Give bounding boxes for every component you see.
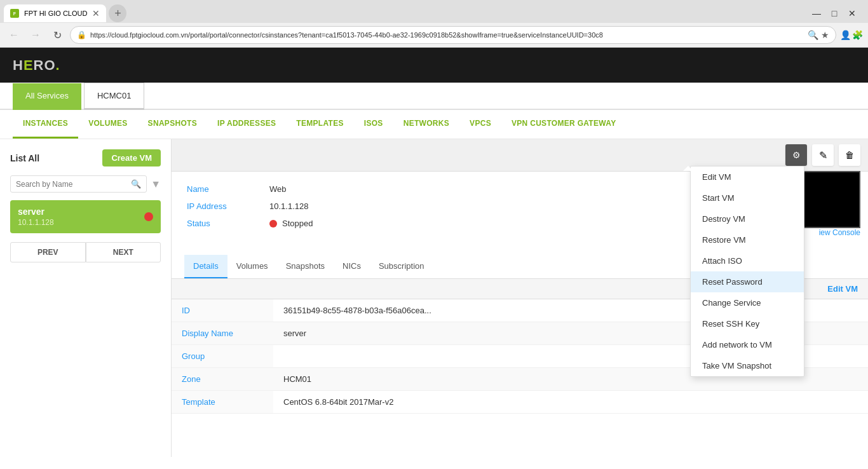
zoom-icon[interactable]: 🔍	[808, 30, 818, 40]
nav-vpcs[interactable]: VPCS	[459, 110, 501, 139]
bookmark-icon[interactable]: ★	[821, 30, 829, 40]
name-value: Web	[269, 184, 287, 194]
search-icon: 🔍	[131, 179, 141, 189]
next-button[interactable]: NEXT	[86, 242, 161, 262]
nav-volumes[interactable]: VOLUMES	[78, 110, 137, 139]
window-close-button[interactable]: ✕	[844, 5, 860, 22]
browser-chrome: F FPT HI GIO CLOUD ✕ + — □ ✕ ← → ↻ 🔒 htt…	[0, 0, 868, 48]
table-row: Template CentOS 6.8-64bit 2017Mar-v2	[172, 391, 868, 414]
window-maximize-button[interactable]: □	[826, 5, 843, 22]
menu-item-restore-vm[interactable]: Restore VM	[691, 229, 804, 250]
search-input[interactable]	[16, 180, 127, 189]
menu-item-reset-password[interactable]: Reset Password	[691, 271, 804, 292]
address-box[interactable]: 🔒 https://cloud.fptgiocloud.com.vn/porta…	[70, 26, 836, 44]
tab-title: FPT HI GIO CLOUD	[24, 10, 87, 17]
content-panel: ⚙ ✎ 🗑 Edit VM Start VM Destroy	[172, 139, 868, 457]
tab-favicon: F	[10, 9, 19, 18]
toolbar-icons: 👤 🧩	[840, 30, 863, 40]
tab-all-services[interactable]: All Services	[13, 83, 81, 110]
main-layout: List All Create VM 🔍 ▼ server 10.1.1.128	[0, 139, 868, 457]
server-info: server 10.1.1.128	[18, 207, 54, 227]
server-name: server	[18, 207, 54, 217]
sidebar: List All Create VM 🔍 ▼ server 10.1.1.128	[0, 139, 172, 457]
nav-menu: INSTANCES VOLUMES SNAPSHOTS IP ADDRESSES…	[0, 110, 868, 139]
page-content: HERO. All Services HCMC01 INSTANCES VOLU…	[0, 48, 868, 469]
new-tab-button[interactable]: +	[109, 4, 126, 22]
tab-subscription[interactable]: Subscription	[370, 255, 433, 278]
detail-label-group: Group	[172, 345, 273, 368]
url-text: https://cloud.fptgiocloud.com.vn/portal/…	[90, 31, 804, 39]
menu-item-edit-vm[interactable]: Edit VM	[691, 167, 804, 187]
address-icons: 🔍 ★	[808, 30, 829, 40]
stopped-dot-icon	[269, 220, 277, 228]
pagination: PREV NEXT	[10, 242, 161, 262]
nav-vpn[interactable]: VPN CUSTOMER GATEWAY	[501, 110, 626, 139]
detail-label-id: ID	[172, 299, 273, 322]
nav-instances[interactable]: INSTANCES	[13, 110, 78, 139]
server-list-item[interactable]: server 10.1.1.128	[10, 200, 161, 233]
context-menu: Edit VM Start VM Destroy VM Restore VM A…	[690, 166, 804, 377]
menu-item-add-network[interactable]: Add network to VM	[691, 334, 804, 355]
logo: HERO.	[13, 57, 60, 74]
search-row: 🔍 ▼	[10, 175, 161, 193]
menu-item-reset-ssh[interactable]: Reset SSH Key	[691, 313, 804, 334]
tab-bar: F FPT HI GIO CLOUD ✕ + — □ ✕	[0, 0, 868, 23]
tab-volumes[interactable]: Volumes	[227, 255, 277, 278]
tab-hcmc01[interactable]: HCMC01	[84, 83, 144, 110]
tab-nics[interactable]: NICs	[334, 255, 370, 278]
detail-label-zone: Zone	[172, 368, 273, 391]
detail-label-template: Template	[172, 391, 273, 414]
tab-details[interactable]: Details	[184, 255, 227, 278]
trash-icon: 🗑	[845, 150, 854, 160]
nav-networks[interactable]: NETWORKS	[393, 110, 459, 139]
sidebar-header: List All Create VM	[10, 149, 161, 167]
browser-tab[interactable]: F FPT HI GIO CLOUD ✕	[4, 4, 106, 22]
view-console-link[interactable]: iew Console	[819, 228, 860, 237]
status-label: Status	[187, 219, 269, 228]
window-minimize-button[interactable]: —	[808, 5, 825, 22]
service-tabs: All Services HCMC01	[0, 83, 868, 110]
nav-templates[interactable]: TEMPLATES	[286, 110, 353, 139]
extension-icon[interactable]: 🧩	[852, 30, 863, 40]
menu-item-destroy-vm[interactable]: Destroy VM	[691, 208, 804, 229]
menu-item-start-vm[interactable]: Start VM	[691, 187, 804, 208]
prev-button[interactable]: PREV	[10, 242, 86, 262]
create-vm-button[interactable]: Create VM	[102, 149, 161, 167]
menu-item-change-service[interactable]: Change Service	[691, 292, 804, 313]
user-icon[interactable]: 👤	[840, 30, 851, 40]
edit-vm-link[interactable]: Edit VM	[827, 284, 858, 294]
name-label: Name	[187, 184, 269, 194]
logo-bar: HERO.	[0, 48, 868, 83]
detail-label-display-name: Display Name	[172, 322, 273, 345]
tab-snapshots[interactable]: Snapshots	[277, 255, 334, 278]
menu-arrow	[683, 166, 693, 171]
gear-icon: ⚙	[792, 150, 801, 160]
status-value: Stopped	[269, 219, 313, 228]
nav-snapshots[interactable]: SNAPSHOTS	[138, 110, 207, 139]
back-button[interactable]: ←	[5, 26, 23, 44]
nav-ip-addresses[interactable]: IP ADDRESSES	[207, 110, 286, 139]
refresh-button[interactable]: ↻	[48, 26, 66, 44]
forward-button[interactable]: →	[27, 26, 44, 44]
ip-value: 10.1.1.128	[269, 201, 308, 211]
ip-label: IP Address	[187, 201, 269, 211]
gear-menu-button[interactable]: ⚙	[785, 144, 807, 166]
filter-icon[interactable]: ▼	[151, 179, 161, 190]
status-indicator	[144, 212, 153, 221]
menu-item-take-snapshot[interactable]: Take VM Snapshot	[691, 355, 804, 376]
tab-close-button[interactable]: ✕	[92, 8, 100, 18]
delete-button[interactable]: 🗑	[839, 144, 860, 166]
address-bar-row: ← → ↻ 🔒 https://cloud.fptgiocloud.com.vn…	[0, 23, 868, 47]
search-box: 🔍	[10, 175, 147, 193]
lock-icon: 🔒	[77, 31, 86, 39]
edit-icon: ✎	[819, 149, 827, 161]
edit-button[interactable]: ✎	[812, 144, 834, 166]
window-controls: — □ ✕	[808, 5, 864, 22]
server-ip: 10.1.1.128	[18, 218, 54, 227]
menu-item-attach-iso[interactable]: Attach ISO	[691, 250, 804, 271]
nav-isos[interactable]: ISOS	[354, 110, 393, 139]
list-all-label: List All	[10, 153, 39, 163]
detail-value-template: CentOS 6.8-64bit 2017Mar-v2	[273, 391, 868, 414]
